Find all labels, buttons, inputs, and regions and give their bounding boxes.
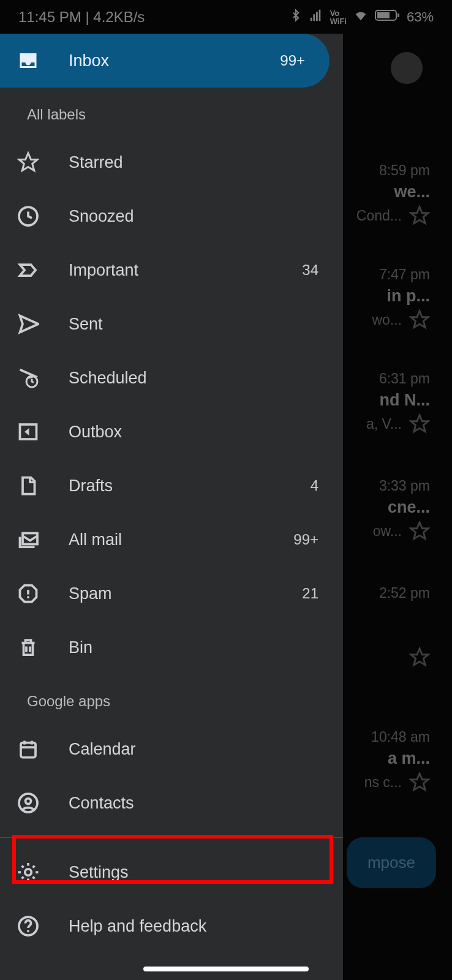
mail-stack-icon bbox=[17, 529, 39, 551]
nav-label: All mail bbox=[69, 530, 264, 549]
nav-label: Contacts bbox=[69, 794, 326, 813]
svg-point-13 bbox=[27, 930, 29, 932]
nav-spam[interactable]: Spam 21 bbox=[0, 567, 343, 620]
calendar-icon bbox=[17, 738, 39, 760]
nav-calendar[interactable]: Calendar bbox=[0, 722, 343, 776]
svg-point-7 bbox=[27, 596, 29, 598]
nav-label: Starred bbox=[69, 153, 289, 172]
nav-label: Scheduled bbox=[69, 369, 289, 388]
svg-rect-6 bbox=[23, 533, 37, 545]
navigation-drawer: Inbox 99+ All labels Starred Snoozed Imp… bbox=[0, 34, 343, 980]
help-icon bbox=[17, 915, 39, 937]
trash-icon bbox=[17, 636, 39, 658]
nav-label: Snoozed bbox=[69, 207, 289, 226]
svg-rect-8 bbox=[21, 743, 36, 758]
home-indicator[interactable] bbox=[143, 967, 309, 971]
nav-bin[interactable]: Bin bbox=[0, 620, 343, 674]
nav-count: 99+ bbox=[280, 52, 305, 69]
chevron-tag-icon bbox=[17, 259, 39, 281]
nav-outbox[interactable]: Outbox bbox=[0, 405, 343, 459]
send-clock-icon bbox=[17, 367, 39, 389]
nav-label: Outbox bbox=[69, 423, 289, 442]
nav-label: Drafts bbox=[69, 477, 281, 496]
nav-count: 34 bbox=[302, 262, 318, 279]
nav-label: Sent bbox=[69, 315, 289, 334]
file-icon bbox=[17, 475, 39, 497]
nav-drafts[interactable]: Drafts 4 bbox=[0, 459, 343, 513]
nav-label: Inbox bbox=[69, 51, 250, 70]
nav-label: Settings bbox=[69, 863, 326, 882]
svg-point-11 bbox=[25, 869, 32, 876]
nav-inbox[interactable]: Inbox 99+ bbox=[0, 34, 330, 88]
svg-point-10 bbox=[26, 799, 31, 804]
contacts-icon bbox=[17, 792, 39, 814]
inbox-icon bbox=[17, 50, 39, 72]
nav-scheduled[interactable]: Scheduled bbox=[0, 351, 343, 405]
nav-starred[interactable]: Starred bbox=[0, 135, 343, 189]
divider bbox=[0, 837, 343, 838]
nav-important[interactable]: Important 34 bbox=[0, 243, 343, 297]
outbox-icon bbox=[17, 421, 39, 443]
nav-label: Bin bbox=[69, 638, 289, 657]
nav-count: 21 bbox=[302, 585, 318, 602]
nav-label: Spam bbox=[69, 584, 273, 603]
send-icon bbox=[17, 313, 39, 335]
nav-settings[interactable]: Settings bbox=[0, 845, 343, 899]
nav-sent[interactable]: Sent bbox=[0, 297, 343, 351]
gear-icon bbox=[17, 861, 39, 883]
nav-label: Calendar bbox=[69, 740, 326, 759]
nav-label: Help and feedback bbox=[69, 917, 326, 936]
nav-count: 99+ bbox=[293, 531, 318, 548]
section-all-labels: All labels bbox=[0, 88, 343, 135]
clock-icon bbox=[17, 205, 39, 227]
nav-all-mail[interactable]: All mail 99+ bbox=[0, 513, 343, 567]
nav-count: 4 bbox=[311, 477, 318, 494]
section-google-apps: Google apps bbox=[0, 674, 343, 722]
alert-octagon-icon bbox=[17, 582, 39, 605]
nav-contacts[interactable]: Contacts bbox=[0, 776, 343, 830]
nav-snoozed[interactable]: Snoozed bbox=[0, 189, 343, 243]
star-icon bbox=[17, 151, 39, 173]
nav-help[interactable]: Help and feedback bbox=[0, 899, 343, 953]
nav-label: Important bbox=[69, 261, 273, 280]
